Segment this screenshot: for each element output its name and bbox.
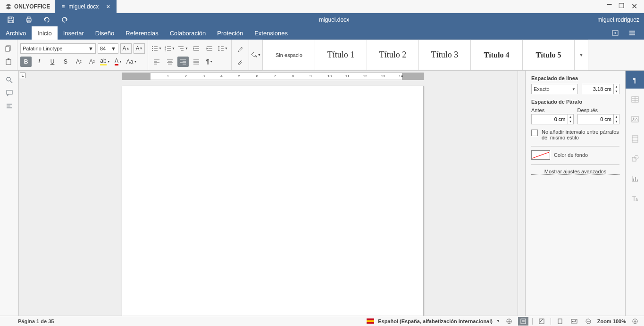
numbering-button[interactable]: 123▼ [164, 43, 176, 54]
document-tab[interactable]: ≡ miguel.docx × [55, 0, 117, 13]
before-spacing-input[interactable]: ▲▼ [531, 114, 574, 124]
document-scroll[interactable]: L 1234567891011121314 [19, 71, 518, 316]
tab-diseno[interactable]: Diseño [90, 26, 120, 40]
multilevel-button[interactable]: ▼ [177, 43, 189, 54]
style-sin-espacio[interactable]: Sin espacio [263, 40, 315, 70]
align-left-button[interactable] [151, 57, 162, 67]
italic-button[interactable]: I [33, 57, 45, 67]
strikethrough-button[interactable]: S [60, 57, 71, 67]
change-case-button[interactable]: Aa▼ [126, 57, 137, 67]
line-spacing-button[interactable]: ▼ [217, 43, 228, 54]
chevron-down-icon[interactable]: ▼ [496, 319, 500, 323]
clear-style-button[interactable] [234, 43, 246, 54]
shading-button[interactable]: ▼ [250, 50, 261, 60]
tab-colaboracion[interactable]: Colaboración [164, 26, 212, 40]
headings-button[interactable] [6, 103, 13, 110]
vertical-scrollbar[interactable] [518, 71, 525, 316]
image-settings-tab[interactable] [626, 110, 644, 128]
paragraph-settings-tab[interactable]: ¶ [626, 71, 644, 89]
textart-settings-tab[interactable]: Ta [626, 189, 644, 207]
after-value-field[interactable] [580, 116, 618, 122]
close-window-button[interactable]: ✕ [631, 2, 637, 11]
subscript-button[interactable]: A2 [86, 57, 98, 67]
ruler-tick: 12 [363, 74, 368, 78]
tab-extensiones[interactable]: Extensiones [249, 26, 293, 40]
track-button[interactable] [536, 317, 547, 326]
fit-width-button[interactable] [569, 317, 579, 326]
comments-button[interactable] [6, 90, 13, 97]
horizontal-ruler[interactable]: 1234567891011121314 [122, 73, 424, 80]
style-titulo-4[interactable]: Título 4 [470, 40, 522, 70]
save-button[interactable] [5, 15, 17, 25]
menu-button[interactable] [626, 28, 638, 38]
style-titulo-3[interactable]: Título 3 [418, 40, 470, 70]
decrease-indent-button[interactable] [191, 43, 202, 54]
style-titulo-2[interactable]: Título 2 [367, 40, 418, 70]
spinner-buttons[interactable]: ▲▼ [613, 114, 619, 124]
spacing-mode-select[interactable]: Exacto▼ [531, 84, 578, 94]
zoom-in-button[interactable] [630, 317, 640, 326]
close-tab-icon[interactable]: × [106, 3, 110, 10]
minimize-button[interactable]: ‒ [607, 2, 612, 11]
bold-button[interactable]: B [20, 57, 32, 67]
undo-button[interactable] [41, 15, 53, 25]
style-titulo-5[interactable]: Título 5 [522, 40, 574, 70]
styles-dropdown[interactable]: ▼ [574, 40, 588, 70]
svg-rect-22 [633, 179, 634, 181]
fit-page-button[interactable] [555, 317, 565, 326]
decrease-font-button[interactable]: A▼ [134, 43, 145, 54]
open-location-button[interactable] [609, 28, 621, 38]
ruler-corner[interactable]: L [20, 73, 25, 78]
zoom-out-button[interactable] [583, 317, 594, 326]
search-button[interactable] [6, 76, 13, 84]
increase-font-button[interactable]: A▲ [120, 43, 132, 54]
spinner-buttons[interactable]: ▲▼ [568, 114, 573, 124]
app-logo[interactable]: ONLYOFFICE [0, 3, 55, 10]
tab-inicio[interactable]: Inicio [32, 26, 57, 40]
no-interval-checkbox[interactable]: No añadir intervalo entre párrafos del m… [531, 129, 619, 140]
align-center-button[interactable] [164, 57, 176, 67]
align-justify-button[interactable] [191, 57, 202, 67]
tab-insertar[interactable]: Insertar [58, 26, 90, 40]
copy-button[interactable] [3, 43, 14, 54]
document-page[interactable] [122, 86, 424, 316]
copy-style-button[interactable] [234, 57, 246, 67]
language-label[interactable]: Español (España, alfabetización internac… [378, 318, 493, 324]
tab-proteccion[interactable]: Proteción [211, 26, 249, 40]
spellcheck-button[interactable] [504, 317, 514, 326]
tab-referencias[interactable]: Referencias [120, 26, 164, 40]
increase-indent-button[interactable] [204, 43, 215, 54]
before-value-field[interactable] [534, 116, 571, 122]
advanced-settings-link[interactable]: Mostrar ajustes avanzados [531, 169, 619, 175]
font-size-select[interactable]: 84▼ [98, 43, 118, 54]
bullets-button[interactable]: ▼ [151, 43, 162, 54]
bg-color-picker[interactable] [531, 150, 550, 160]
after-spacing-input[interactable]: ▲▼ [577, 114, 620, 124]
style-titulo-1[interactable]: Título 1 [315, 40, 367, 70]
spinner-buttons[interactable]: ▲▼ [613, 84, 619, 94]
spacing-value-field[interactable] [584, 86, 617, 92]
highlight-button[interactable]: ab▼ [100, 57, 111, 67]
font-name-select[interactable]: Palatino Linotype▼ [20, 43, 96, 54]
print-button[interactable] [23, 15, 35, 25]
header-footer-tab[interactable] [626, 130, 644, 148]
chart-settings-tab[interactable] [626, 170, 644, 187]
main-area: L 1234567891011121314 Espaciado de línea… [0, 71, 644, 316]
superscript-button[interactable]: A2 [73, 57, 84, 67]
user-name[interactable]: miguel.rodriguez [597, 16, 639, 23]
table-settings-tab[interactable] [626, 90, 644, 108]
underline-button[interactable]: U [47, 57, 58, 67]
redo-button[interactable] [59, 15, 71, 25]
track-changes-button[interactable] [518, 317, 528, 326]
checkbox-box[interactable] [531, 130, 538, 136]
zoom-label[interactable]: Zoom 100% [597, 318, 626, 324]
shape-settings-tab[interactable] [626, 150, 644, 168]
nonprinting-button[interactable]: ¶▼ [204, 57, 215, 67]
align-right-button[interactable] [177, 57, 189, 67]
tab-archivo[interactable]: Archivo [0, 26, 32, 40]
maximize-button[interactable]: ❐ [619, 2, 625, 11]
font-color-button[interactable]: A▼ [113, 57, 124, 67]
paste-button[interactable] [3, 57, 14, 67]
page-info[interactable]: Página 1 de 35 [18, 318, 54, 324]
spacing-value-input[interactable]: ▲▼ [582, 84, 619, 94]
